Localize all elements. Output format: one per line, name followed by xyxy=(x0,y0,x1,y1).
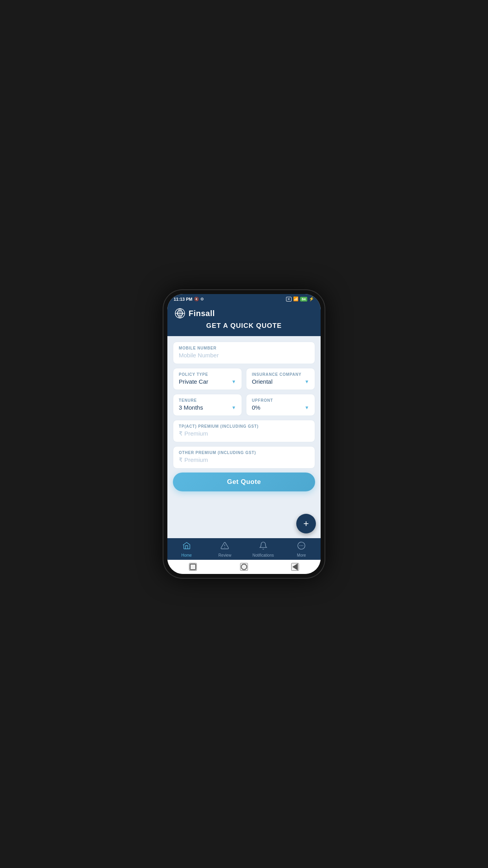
tenure-value-row: 3 Months ▼ xyxy=(179,404,236,411)
nav-review-label: Review xyxy=(218,553,231,557)
review-icon xyxy=(220,541,229,552)
upfront-arrow-icon: ▼ xyxy=(305,405,309,410)
svg-point-10 xyxy=(303,545,303,546)
upfront-value: 0% xyxy=(252,404,261,411)
insurance-company-value: Oriental xyxy=(252,378,273,385)
nav-item-home[interactable]: Home xyxy=(167,541,206,557)
policy-type-arrow-icon: ▼ xyxy=(231,379,236,384)
status-bar: 11:13 PM 🔇 ⊙ ✕ 📶 84 ⚡ xyxy=(167,294,321,304)
android-home-button[interactable] xyxy=(240,563,248,571)
android-recents-button[interactable] xyxy=(189,563,197,571)
page-title: GET A QUICK QUOTE xyxy=(174,322,314,330)
upfront-value-row: 0% ▼ xyxy=(252,404,309,411)
android-home-icon xyxy=(241,564,247,570)
notifications-icon xyxy=(259,541,268,552)
nav-item-more[interactable]: More xyxy=(283,541,321,557)
nav-item-notifications[interactable]: Notifications xyxy=(244,541,283,557)
policy-type-value: Private Car xyxy=(179,378,208,385)
main-content: MOBILE NUMBER POLICY TYPE Private Car ▼ … xyxy=(167,336,321,538)
upfront-dropdown[interactable]: UPFRONT 0% ▼ xyxy=(246,394,315,416)
insurance-company-arrow-icon: ▼ xyxy=(305,379,309,384)
other-premium-input[interactable] xyxy=(179,456,309,463)
brand-row: Finsall xyxy=(174,308,314,319)
nav-home-label: Home xyxy=(181,553,192,557)
policy-insurance-row: POLICY TYPE Private Car ▼ INSURANCE COMP… xyxy=(173,368,315,390)
nav-more-label: More xyxy=(297,553,306,557)
location-icon: ⊙ xyxy=(200,297,204,301)
get-quote-label: Get Quote xyxy=(227,478,261,485)
content-spacer xyxy=(173,495,315,533)
sim-icon: ✕ xyxy=(286,297,292,302)
insurance-company-dropdown[interactable]: INSURANCE COMPANY Oriental ▼ xyxy=(246,368,315,390)
tenure-arrow-icon: ▼ xyxy=(231,405,236,410)
tenure-value: 3 Months xyxy=(179,404,203,411)
svg-point-9 xyxy=(301,545,302,546)
upfront-label: UPFRONT xyxy=(252,398,309,403)
charging-icon: ⚡ xyxy=(309,296,314,302)
android-nav-bar xyxy=(167,560,321,574)
back-icon xyxy=(292,563,298,570)
policy-type-dropdown[interactable]: POLICY TYPE Private Car ▼ xyxy=(173,368,242,390)
fab-add-button[interactable]: + xyxy=(296,514,316,533)
tp-premium-label: TP(Act) PREMIUM (including GST) xyxy=(179,424,309,428)
mobile-number-input[interactable] xyxy=(179,352,309,359)
brand-name: Finsall xyxy=(189,309,215,318)
bottom-navigation: Home Review xyxy=(167,538,321,560)
battery-icon: 84 xyxy=(300,297,307,302)
nav-item-review[interactable]: Review xyxy=(206,541,244,557)
android-back-button[interactable] xyxy=(291,563,299,571)
more-icon xyxy=(297,541,306,552)
brand-logo-icon xyxy=(174,308,185,319)
time-display: 11:13 PM xyxy=(174,297,193,302)
status-icons: ✕ 📶 84 ⚡ xyxy=(286,296,314,302)
insurance-company-label: INSURANCE COMPANY xyxy=(252,372,309,377)
tp-premium-group: TP(Act) PREMIUM (including GST) xyxy=(173,420,315,442)
other-premium-group: OTHER PREMIUM (including GST) xyxy=(173,446,315,469)
svg-point-6 xyxy=(225,547,225,548)
app-header: Finsall GET A QUICK QUOTE xyxy=(167,304,321,336)
get-quote-button[interactable]: Get Quote xyxy=(173,473,315,491)
other-premium-label: OTHER PREMIUM (including GST) xyxy=(179,451,309,455)
mobile-number-group: MOBILE NUMBER xyxy=(173,342,315,364)
battery-level: 84 xyxy=(302,297,306,301)
fab-plus-icon: + xyxy=(303,518,309,529)
insurance-company-value-row: Oriental ▼ xyxy=(252,378,309,385)
svg-point-8 xyxy=(300,545,301,546)
nav-notifications-label: Notifications xyxy=(253,553,274,557)
mobile-number-label: MOBILE NUMBER xyxy=(179,346,309,350)
recents-icon xyxy=(190,564,196,570)
policy-type-label: POLICY TYPE xyxy=(179,372,236,377)
tenure-upfront-row: TENURE 3 Months ▼ UPFRONT 0% ▼ xyxy=(173,394,315,416)
tp-premium-input[interactable] xyxy=(179,430,309,437)
mute-icon: 🔇 xyxy=(194,297,199,301)
status-time: 11:13 PM 🔇 ⊙ xyxy=(174,297,204,302)
home-icon xyxy=(182,541,191,552)
tenure-dropdown[interactable]: TENURE 3 Months ▼ xyxy=(173,394,242,416)
wifi-icon: 📶 xyxy=(293,296,299,302)
policy-type-value-row: Private Car ▼ xyxy=(179,378,236,385)
tenure-label: TENURE xyxy=(179,398,236,403)
